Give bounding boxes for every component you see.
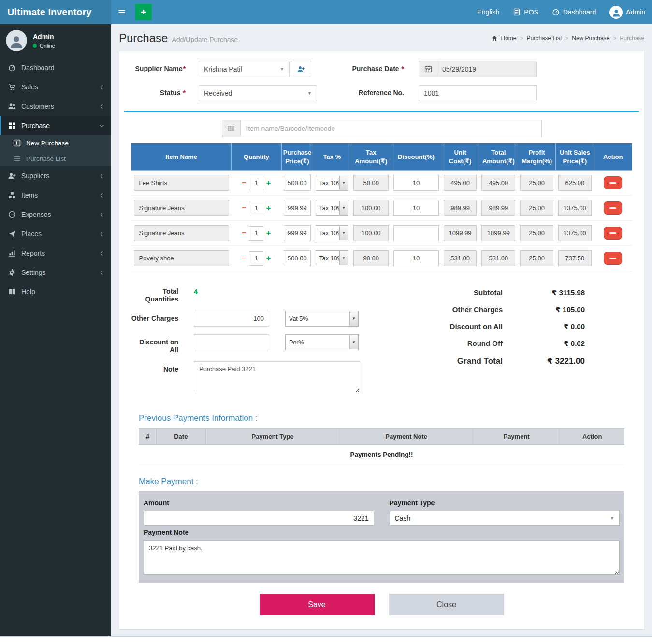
quantity-input[interactable]: [249, 226, 263, 241]
profit-margin-field[interactable]: [520, 225, 553, 241]
tax-amount-field[interactable]: [353, 200, 389, 216]
tax-amount-field[interactable]: [353, 250, 389, 266]
total-amount-field[interactable]: [481, 250, 515, 266]
total-quantities-label: Total Quantities: [131, 284, 194, 303]
payment-note-label: Payment Note: [144, 529, 620, 536]
breadcrumb-purchase-list[interactable]: Purchase List: [527, 35, 562, 42]
language-menu[interactable]: English: [470, 0, 506, 24]
tax-select[interactable]: Tax 10% ▼: [316, 200, 349, 216]
purchase-date-input[interactable]: [437, 61, 537, 77]
user-menu[interactable]: Admin: [603, 0, 652, 24]
sidebar-item-purchase-list[interactable]: Purchase List: [0, 151, 111, 166]
content: PurchaseAdd/Update Purchase Home > Purch…: [111, 24, 652, 636]
dashboard-link[interactable]: Dashboard: [545, 0, 603, 24]
purchase-price-input[interactable]: [284, 200, 310, 216]
quantity-input[interactable]: [249, 201, 263, 215]
add-supplier-button[interactable]: [291, 61, 311, 77]
unit-cost-field[interactable]: [444, 175, 477, 191]
purchase-price-input[interactable]: [284, 225, 310, 241]
sidebar-item-purchase[interactable]: Purchase: [0, 116, 111, 135]
other-charges-input[interactable]: [194, 311, 269, 327]
delete-row-button[interactable]: [604, 201, 622, 215]
tax-select[interactable]: Tax 10% ▼: [316, 175, 349, 191]
sidebar-item-suppliers[interactable]: Suppliers: [0, 166, 111, 186]
sidebar-item-dashboard[interactable]: Dashboard: [0, 58, 111, 77]
sidebar-toggle-button[interactable]: [111, 0, 132, 24]
breadcrumb-new-purchase[interactable]: New Purchase: [572, 35, 609, 42]
quantity-increase-button[interactable]: +: [266, 179, 271, 187]
quantity-decrease-button[interactable]: −: [242, 179, 247, 187]
sidebar-item-customers[interactable]: Customers: [0, 97, 111, 116]
sidebar-item-settings[interactable]: Settings: [0, 263, 111, 282]
profit-margin-field[interactable]: [520, 200, 553, 216]
payment-amount-input[interactable]: [144, 511, 374, 526]
profit-margin-field[interactable]: [520, 175, 553, 191]
delete-row-button[interactable]: [604, 227, 622, 240]
unit-cost-field[interactable]: [444, 200, 477, 216]
sidebar-item-help[interactable]: Help: [0, 282, 111, 301]
quantity-input[interactable]: [249, 251, 263, 266]
item-name-field[interactable]: [134, 200, 229, 216]
payment-note-input[interactable]: 3221 Paid by cash.: [144, 540, 620, 575]
sidebar-item-reports[interactable]: Reports: [0, 243, 111, 263]
tax-select[interactable]: Tax 18% ▼: [316, 250, 349, 266]
payment-type-select[interactable]: Cash ▼: [390, 511, 620, 526]
quick-add-button[interactable]: [135, 4, 152, 20]
delete-row-button[interactable]: [604, 176, 622, 189]
note-input[interactable]: Purchase Paid 3221: [194, 361, 360, 393]
purchase-price-input[interactable]: [284, 250, 310, 266]
supplier-select[interactable]: Krishna Patil ▼: [199, 61, 290, 77]
summary-label: Round Off: [387, 339, 503, 347]
item-name-field[interactable]: [134, 175, 229, 191]
close-button[interactable]: Close: [389, 594, 504, 615]
discount-input[interactable]: [393, 225, 439, 241]
discount-input[interactable]: [393, 250, 439, 266]
tax-select[interactable]: Tax 10% ▼: [316, 225, 349, 241]
delete-row-button[interactable]: [604, 252, 622, 265]
other-charges-type-select[interactable]: Vat 5% ▼: [285, 311, 359, 327]
total-amount-field[interactable]: [481, 200, 515, 216]
purchase-price-input[interactable]: [284, 175, 310, 191]
quantity-increase-button[interactable]: +: [266, 254, 271, 262]
quantity-decrease-button[interactable]: −: [242, 229, 247, 237]
profit-margin-field[interactable]: [520, 250, 553, 266]
unit-sales-price-field[interactable]: [558, 225, 592, 241]
discount-input[interactable]: [393, 175, 439, 191]
chevron-left-icon: [99, 251, 104, 256]
sidebar-item-expenses[interactable]: Expenses: [0, 205, 111, 224]
breadcrumb-home[interactable]: Home: [501, 35, 516, 42]
total-amount-field[interactable]: [481, 175, 515, 191]
discount-on-all-input[interactable]: [194, 334, 269, 350]
quantity-decrease-button[interactable]: −: [242, 254, 247, 262]
sidebar-item-label: Dashboard: [21, 64, 55, 72]
discount-type-select[interactable]: Per% ▼: [285, 334, 359, 350]
reference-input[interactable]: [419, 85, 537, 101]
quantity-decrease-button[interactable]: −: [242, 204, 247, 212]
total-amount-field[interactable]: [481, 225, 515, 241]
sidebar-item-items[interactable]: Items: [0, 186, 111, 205]
unit-cost-field[interactable]: [444, 225, 477, 241]
quantity-increase-button[interactable]: +: [266, 229, 271, 237]
quantity-input[interactable]: [249, 176, 263, 190]
item-name-field[interactable]: [134, 250, 229, 266]
tax-amount-field[interactable]: [353, 225, 389, 241]
sidebar-item-places[interactable]: Places: [0, 224, 111, 243]
unit-cost-field[interactable]: [444, 250, 477, 266]
unit-sales-price-field[interactable]: [558, 175, 592, 191]
save-button[interactable]: Save: [260, 594, 375, 615]
app-logo[interactable]: Ultimate Inventory: [0, 0, 111, 24]
status-select[interactable]: Received ▼: [199, 85, 317, 101]
user-icon: [9, 35, 24, 49]
totals-section: Total Quantities 4 Other Charges Vat 5% …: [131, 284, 632, 401]
unit-sales-price-field[interactable]: [558, 250, 592, 266]
item-search-input[interactable]: [240, 120, 542, 137]
item-name-field[interactable]: [134, 225, 229, 241]
discount-input[interactable]: [393, 200, 439, 216]
unit-sales-price-field[interactable]: [558, 200, 592, 216]
tax-amount-field[interactable]: [353, 175, 389, 191]
quantity-increase-button[interactable]: +: [266, 204, 271, 212]
pos-link[interactable]: POS: [506, 0, 545, 24]
sidebar-item-new-purchase[interactable]: New Purchase: [0, 135, 111, 151]
make-payment-title: Make Payment :: [139, 477, 624, 487]
sidebar-item-sales[interactable]: Sales: [0, 77, 111, 97]
